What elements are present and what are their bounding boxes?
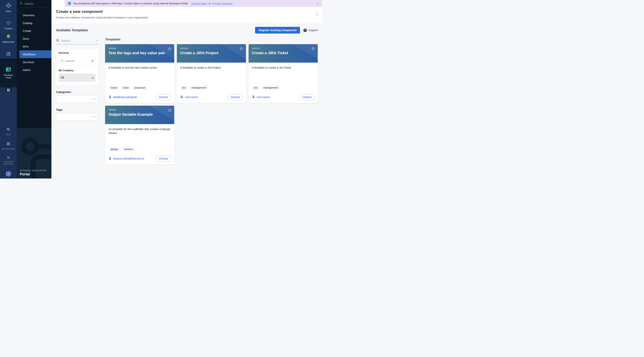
- module-label: Developer Portal: [4, 74, 13, 79]
- sidebar-search-input[interactable]: [24, 2, 43, 5]
- banner-text: Your Enterprise IDP trial expires in 946…: [73, 2, 188, 5]
- tag-chip: react: [121, 85, 131, 90]
- card-footer: debabrata.panigrahi Choose: [108, 94, 171, 100]
- template-search[interactable]: ✕: [56, 39, 98, 44]
- page-header: Create a new component Create new softwa…: [52, 7, 322, 24]
- card-owner-link[interactable]: user:owner: [185, 96, 198, 98]
- app-root: Home Projects ∞ Deployments: [0, 0, 322, 178]
- tag-chip: jira: [252, 85, 260, 90]
- sidebar-item-projects[interactable]: Projects: [0, 20, 17, 30]
- tags-select[interactable]: [56, 113, 98, 120]
- brand-title: Portal: [20, 172, 46, 176]
- card-body: A template to create a Jira Project jira…: [177, 62, 246, 103]
- gear-icon: ⚙: [7, 156, 10, 159]
- templates-grid: service Test the tags and key value pair…: [105, 44, 318, 164]
- star-outline-icon[interactable]: [311, 46, 315, 52]
- card-header: service Test the tags and key value pair: [105, 44, 174, 62]
- card-owner-link[interactable]: user:owner: [256, 96, 270, 98]
- all-filter-row[interactable]: All 4: [58, 74, 96, 82]
- module-label: DASHBOARDS: [2, 148, 15, 150]
- clear-search-icon[interactable]: ✕: [96, 39, 98, 42]
- card-body: A template to test the new custom action…: [105, 62, 174, 103]
- contact-sales-link[interactable]: Contact Sales: [191, 2, 207, 5]
- sidebar-item-admin[interactable]: Admin: [17, 66, 52, 74]
- card-header: service Create a JIRA Project: [177, 44, 246, 62]
- cube-icon: [6, 20, 11, 26]
- module-label: HELP: [6, 134, 11, 136]
- user-avatar[interactable]: D: [6, 172, 11, 176]
- main-area: i Your Enterprise IDP trial expires in 9…: [52, 0, 322, 178]
- person-icon: [108, 157, 112, 160]
- sidebar-item-docs[interactable]: Docs: [17, 35, 52, 42]
- sidebar-item-help[interactable]: ? HELP: [0, 128, 17, 136]
- sidebar-search[interactable]: [20, 2, 48, 8]
- choose-button[interactable]: Choose: [156, 94, 171, 100]
- banner-close-icon[interactable]: ✕: [316, 2, 319, 5]
- provide-feedback-link[interactable]: Provide Feedback: [212, 2, 232, 5]
- deployments-icon: ∞: [6, 34, 11, 40]
- sidebar-item-devtools[interactable]: DevTools: [17, 58, 52, 66]
- sidebar-item-account-settings[interactable]: ⚙ ACCOUNT SETTINGS: [0, 156, 17, 165]
- chevron-down-icon: [93, 98, 96, 100]
- star-outline-icon[interactable]: [168, 108, 172, 113]
- star-icon: ★: [61, 59, 63, 62]
- sidebar-item-apis[interactable]: APIs: [17, 42, 52, 50]
- tag-chip: django: [108, 147, 120, 152]
- card-type: service: [252, 47, 314, 50]
- template-card: service Output Variable Example An templ…: [105, 106, 174, 164]
- choose-button[interactable]: Choose: [300, 94, 314, 100]
- kebab-menu-icon[interactable]: [316, 11, 318, 17]
- card-description: An template for the scaffolder that crea…: [108, 127, 171, 135]
- starred-count: 0: [92, 59, 93, 62]
- module-label: Deployments: [2, 41, 14, 44]
- card-tags: jira management: [180, 85, 242, 90]
- sidebar-item-catalog[interactable]: Catalog: [17, 19, 52, 27]
- support-label: Support: [308, 29, 318, 32]
- decorative-bar: [39, 144, 52, 149]
- card-description: A template to create a Jira Project: [180, 66, 242, 70]
- categories-select[interactable]: [56, 96, 98, 103]
- ownership-filter-card: Personal ★ Starred 0 My Company All 4: [56, 49, 98, 85]
- decorative-ring: [21, 138, 39, 155]
- templates-toolbar: Available Templates Register Existing Co…: [52, 24, 322, 35]
- card-body: An template for the scaffolder that crea…: [105, 124, 174, 164]
- sidebar-item-workflows[interactable]: Workflows: [20, 50, 52, 58]
- chevron-down-icon: [93, 116, 96, 118]
- star-outline-icon[interactable]: [168, 46, 172, 52]
- template-card: service Create a JIRA Project A template…: [177, 44, 246, 103]
- card-title: Output Variable Example: [108, 112, 171, 117]
- tag-chip: harness: [122, 147, 135, 152]
- sidebar-item-deployments[interactable]: ∞ Deployments: [0, 34, 17, 44]
- support-button[interactable]: ? Support: [303, 28, 318, 32]
- sidebar-item-developer-portal[interactable]: Developer Portal: [0, 67, 17, 79]
- star-outline-icon[interactable]: [239, 46, 244, 52]
- card-header: service Output Variable Example: [105, 106, 174, 124]
- tags-label: Tags: [56, 108, 98, 112]
- template-card: service Test the tags and key value pair…: [105, 44, 174, 103]
- person-icon: [108, 95, 112, 99]
- template-card: service Create a JIRA Ticket A template …: [248, 44, 318, 103]
- template-search-input[interactable]: [61, 39, 94, 42]
- card-footer: user:owner Choose: [252, 94, 314, 100]
- module-nav: Home Projects ∞ Deployments: [0, 0, 17, 178]
- person-icon: [180, 95, 183, 99]
- sidebar-item-overview[interactable]: Overview: [17, 11, 52, 19]
- svg-text:?: ?: [8, 128, 8, 130]
- card-owner-link[interactable]: debabrata.panigrahi: [113, 96, 137, 98]
- sidebar-item-create[interactable]: Create: [17, 27, 52, 35]
- card-owner-link[interactable]: bhavya.sinha@harness.io: [113, 157, 144, 160]
- sidebar-item-home[interactable]: Home: [0, 3, 17, 13]
- card-header: service Create a JIRA Ticket: [248, 44, 318, 62]
- choose-button[interactable]: Choose: [228, 94, 242, 100]
- register-existing-component-button[interactable]: Register Existing Component: [255, 27, 300, 34]
- home-icon: [6, 3, 11, 9]
- sidebar-item-dashboards[interactable]: DASHBOARDS: [0, 142, 17, 150]
- person-icon: [252, 95, 255, 99]
- card-body: A template to create a Jira Ticket jira …: [248, 62, 318, 103]
- starred-filter-row[interactable]: ★ Starred 0: [58, 56, 96, 65]
- module-switcher-button[interactable]: [4, 87, 12, 93]
- choose-button[interactable]: Choose: [156, 156, 171, 162]
- card-footer: user:owner Choose: [180, 94, 242, 100]
- card-tags: nextjs react javascript: [108, 85, 171, 90]
- my-company-label: My Company: [58, 69, 96, 72]
